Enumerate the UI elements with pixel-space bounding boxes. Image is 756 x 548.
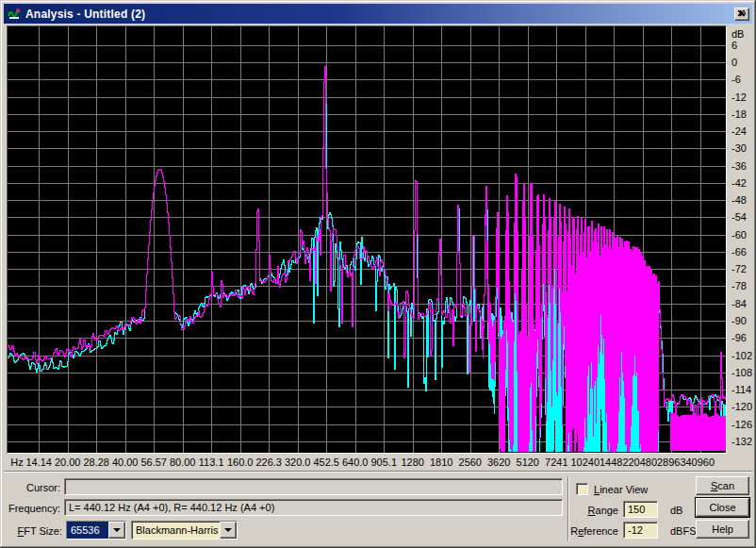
- chevron-down-icon: [113, 528, 121, 536]
- y-tick-label: -102: [731, 350, 752, 361]
- y-tick-label: -132: [731, 436, 752, 447]
- y-tick-label: -120: [731, 401, 752, 412]
- plot-frame: [7, 25, 727, 454]
- x-tick-label: 320.0: [285, 457, 311, 468]
- x-tick-label: 10240: [570, 457, 600, 468]
- analysis-window: Analysis - Untitled (2) Hz14.1420.0028.2…: [0, 0, 756, 548]
- x-tick-label: 905.1: [370, 457, 397, 468]
- y-tick-label: -42: [731, 177, 747, 189]
- y-tick-label: -84: [731, 298, 747, 309]
- cursor-field: [64, 478, 563, 495]
- y-tick-label: -72: [731, 263, 747, 274]
- app-icon[interactable]: [7, 7, 22, 22]
- x-tick-label: 1810: [430, 457, 452, 468]
- y-axis-unit: dB: [731, 28, 744, 40]
- y-tick-label: -96: [731, 332, 747, 343]
- y-tick-label: -126: [731, 419, 752, 430]
- y-tick-label: -114: [731, 384, 751, 395]
- linear-view-label[interactable]: Linear View: [594, 484, 648, 495]
- window-function-value: Blackmann-Harris: [132, 522, 220, 539]
- x-tick-label: 640.0: [342, 457, 369, 468]
- y-tick-label: -66: [731, 246, 747, 257]
- x-axis-unit: Hz: [10, 457, 23, 468]
- fft-size-dropdown-button[interactable]: [108, 522, 125, 539]
- y-tick-label: -90: [731, 315, 747, 326]
- x-tick-label: 28963: [657, 457, 686, 468]
- x-tick-label: 20480: [628, 457, 657, 468]
- y-tick-label: -24: [731, 125, 747, 137]
- y-tick-label: -48: [731, 194, 747, 206]
- x-tick-label: 14.14: [25, 457, 52, 468]
- separator-horizontal: [4, 471, 752, 473]
- window-function-combobox[interactable]: Blackmann-Harris: [131, 521, 238, 540]
- x-tick-label: 40960: [685, 457, 715, 468]
- window-title: Analysis - Untitled (2): [25, 8, 731, 21]
- titlebar[interactable]: Analysis - Untitled (2): [4, 4, 752, 24]
- x-tick-label: 452.5: [313, 457, 339, 468]
- reference-label: Reference: [556, 525, 618, 537]
- x-tick-label: 1280: [401, 457, 423, 468]
- linear-view-checkbox[interactable]: [576, 483, 588, 495]
- help-button[interactable]: Help: [696, 520, 749, 539]
- y-tick-label: -78: [731, 280, 747, 291]
- y-tick-label: -6: [731, 74, 741, 85]
- x-tick-label: 160.0: [227, 457, 254, 468]
- fft-size-value: 65536: [67, 522, 108, 539]
- cursor-label: Cursor:: [0, 482, 60, 493]
- frequency-field: L= 440.12 Hz (A4 +0), R= 440.12 Hz (A4 +…: [64, 499, 563, 516]
- y-tick-label: 6: [731, 40, 737, 51]
- reference-input[interactable]: -12: [623, 522, 658, 539]
- close-dialog-button[interactable]: Close: [696, 498, 749, 517]
- spectrum-plot[interactable]: [8, 26, 726, 453]
- range-label: Range: [556, 505, 618, 516]
- x-tick-label: 5120: [517, 457, 539, 468]
- fft-size-label: FFT Size:: [0, 525, 62, 537]
- range-unit-label: dB: [670, 505, 682, 516]
- close-button[interactable]: [734, 8, 749, 21]
- x-tick-label: 2560: [459, 457, 482, 468]
- y-tick-label: -18: [731, 108, 747, 120]
- chevron-down-icon: [224, 528, 232, 536]
- x-tick-label: 20.00: [55, 457, 81, 468]
- close-icon: [738, 10, 746, 17]
- x-tick-label: 56.57: [140, 457, 167, 468]
- x-tick-label: 7241: [545, 457, 567, 468]
- y-tick-label: -60: [731, 229, 747, 241]
- x-tick-label: 28.28: [83, 457, 109, 468]
- x-tick-label: 40.00: [112, 457, 139, 468]
- y-tick-label: -12: [731, 91, 747, 103]
- y-tick-label: -108: [731, 367, 752, 378]
- range-input[interactable]: 150: [623, 501, 658, 518]
- scan-button[interactable]: Scan: [696, 476, 749, 495]
- window-function-dropdown-button[interactable]: [220, 522, 237, 539]
- frequency-label: Frequency:: [0, 503, 60, 514]
- y-tick-label: -30: [731, 142, 747, 154]
- x-tick-label: 14482: [600, 457, 629, 468]
- y-tick-label: -36: [731, 160, 747, 172]
- reference-unit-label: dBFS: [670, 525, 697, 537]
- fft-size-combobox[interactable]: 65536: [66, 521, 126, 540]
- x-tick-label: 113.1: [199, 457, 224, 468]
- y-tick-label: 0: [731, 57, 737, 68]
- x-tick-label: 3620: [487, 457, 510, 468]
- x-tick-label: 80.00: [170, 457, 196, 468]
- x-tick-label: 226.3: [255, 457, 282, 468]
- y-tick-label: -54: [731, 211, 747, 223]
